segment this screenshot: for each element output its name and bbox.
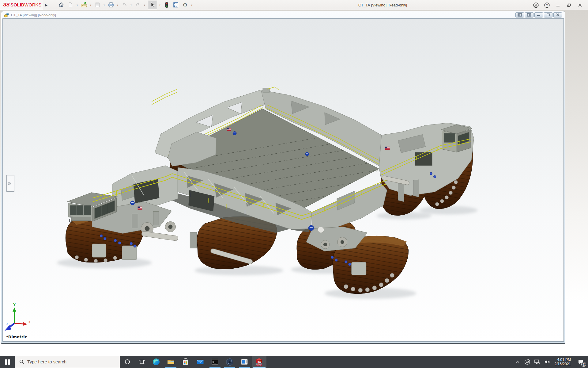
print-caret[interactable]: ▾ [116,4,119,6]
save-caret[interactable]: ▾ [103,4,106,6]
document-minimize-icon [537,13,541,17]
new-document-button[interactable] [66,1,74,9]
help-button[interactable]: ? [543,1,551,9]
new-document-caret[interactable]: ▾ [76,4,79,6]
select-cursor-caret[interactable]: ▾ [158,4,161,6]
start-button[interactable] [0,356,15,368]
system-tray: 4:01 PM 2/16/2021 2 [514,356,588,368]
mail-icon [196,358,204,366]
meet-now-button[interactable] [523,356,531,368]
document-title: CT_TA [Viewing] [Read-only] [11,13,56,17]
feature-panel-collapsed-handle[interactable] [6,175,14,192]
document-close-button[interactable] [553,12,562,17]
document-minimize-button[interactable] [534,12,543,17]
search-icon [19,359,24,364]
taskbar-app-file-explorer[interactable] [164,356,178,368]
minimize-icon [556,3,560,8]
chevron-up-icon [515,360,520,363]
orientation-triad: Y x z [5,303,30,331]
task-view-button[interactable] [134,356,149,368]
redo-caret[interactable]: ▾ [143,4,146,6]
taskbar-search-box[interactable]: Type here to search [15,356,120,368]
document-window-buttons [515,12,563,17]
menu-flyout-arrow-icon[interactable]: ▶ [45,3,47,7]
action-center-button[interactable]: 2 [575,356,587,368]
panel-handle-grip [8,182,11,185]
notification-badge: 2 [581,362,586,367]
traffic-light-icon [164,2,169,8]
gear-icon: ⚙ [183,2,187,8]
settings-button[interactable]: ⚙ [181,1,189,9]
right-cab [441,125,472,152]
taskbar-clock[interactable]: 4:01 PM 2/16/2021 [553,358,573,366]
hidden-icons-button[interactable] [514,356,522,368]
taskbar-app-store[interactable] [178,356,193,368]
split-pane-left-icon [518,13,522,17]
document-titlebar[interactable]: CT_TA [Viewing] [Read-only] [2,11,564,18]
hexagon-app-icon [226,358,234,366]
open-folder-icon [81,2,87,8]
taskbar-app-solidworks[interactable]: SW 2021 [252,356,266,368]
close-icon [578,3,582,8]
taskbar-app-edge[interactable] [149,356,164,368]
network-icon [534,359,540,365]
taskbar-app-mail[interactable] [193,356,208,368]
minimize-button[interactable] [554,1,562,9]
print-icon [108,2,114,8]
save-button[interactable] [93,1,101,9]
taskbar-app-window[interactable] [237,356,252,368]
volume-button[interactable] [543,356,551,368]
svg-text:z: z [6,322,8,325]
restore-icon [567,3,571,8]
undo-caret[interactable]: ▾ [130,4,133,6]
brand-works: WORKS [24,2,42,7]
crawler-transporter-model[interactable]: Y x z [3,19,564,341]
svg-text:?: ? [546,3,548,7]
selection-traffic-light-button[interactable] [163,1,171,9]
cortana-button[interactable] [120,356,134,368]
document-restore-button[interactable] [544,12,552,17]
windows-logo-icon [5,359,10,365]
window-app-icon [240,358,248,366]
view-orientation-label: *Dimetric [6,335,27,339]
home-icon [58,2,64,8]
app-titlebar: ЗS SOLIDWORKS ▶ ▾ [0,0,588,10]
task-view-icon [139,359,145,365]
command-prompt-icon [211,358,219,366]
account-button[interactable] [532,1,540,9]
search-placeholder: Type here to search [27,359,66,364]
close-button[interactable] [576,1,584,9]
open-document-button[interactable] [80,1,88,9]
save-floppy-icon [94,2,100,8]
print-button[interactable] [107,1,115,9]
network-button[interactable] [533,356,541,368]
taskbar-app-command-prompt[interactable] [208,356,222,368]
account-icon [533,2,539,8]
help-icon: ? [544,2,550,8]
open-document-caret[interactable]: ▾ [89,4,92,6]
select-cursor-button[interactable] [148,1,157,9]
select-cursor-icon [150,2,155,8]
white-emblem [318,227,324,233]
clock-date: 2/16/2021 [555,362,571,366]
split-pane-left-button[interactable] [515,12,524,17]
svg-text:x: x [28,320,30,324]
taskbar-app-hexagon[interactable] [222,356,237,368]
svg-text:Y: Y [13,303,16,307]
settings-caret[interactable]: ▾ [190,4,193,6]
dassault-mark-icon: ЗS [3,2,9,8]
display-options-button[interactable] [172,1,180,9]
undo-icon [121,2,127,8]
app-window-controls: ? [532,0,588,10]
meet-now-icon [524,359,530,365]
split-pane-right-button[interactable] [525,12,533,17]
restore-button[interactable] [565,1,573,9]
document-restore-icon [546,13,550,17]
redo-button[interactable] [134,1,142,9]
home-button[interactable] [57,1,65,9]
assembly-document-icon [4,13,9,17]
main-toolbar: ▾ ▾ ▾ [57,1,193,9]
undo-button[interactable] [120,1,128,9]
graphics-viewport[interactable]: Y x z *Dimetric [2,18,564,342]
edge-icon [152,358,160,366]
